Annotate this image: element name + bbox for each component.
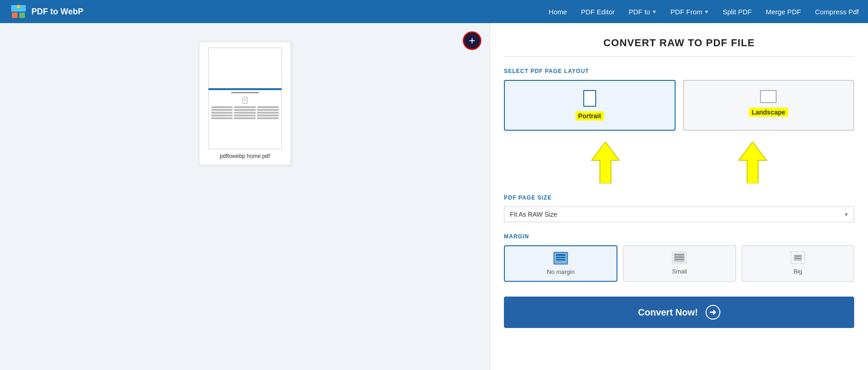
svg-rect-13 — [556, 254, 565, 256]
file-name: pdftowebp home.pdf — [220, 153, 270, 159]
big-margin-icon — [790, 251, 805, 264]
file-preview-top — [209, 48, 281, 88]
margin-option-big[interactable]: Big — [742, 245, 854, 282]
left-panel: + — [0, 23, 490, 370]
landscape-icon — [760, 90, 777, 103]
nav-compress-pdf[interactable]: Compress Pdf — [815, 8, 859, 16]
no-margin-icon — [553, 252, 568, 265]
layout-options: Portrait Landscape — [504, 80, 854, 131]
svg-rect-15 — [556, 259, 565, 261]
convert-now-button[interactable]: Convert Now! ➜ — [504, 297, 854, 328]
page-size-section: PDF PAGE SIZE Fit As RAW Size A4 Letter … — [504, 194, 854, 222]
nav-merge-pdf[interactable]: Merge PDF — [766, 8, 801, 16]
layout-option-portrait[interactable]: Portrait — [504, 80, 676, 131]
portrait-icon — [583, 90, 596, 107]
svg-rect-3 — [19, 12, 25, 18]
yellow-arrows-container — [504, 142, 854, 183]
nav-pdf-to[interactable]: PDF to ▼ — [629, 8, 657, 16]
convert-arrow-icon: ➜ — [706, 305, 720, 320]
file-card: pdftowebp home.pdf — [199, 42, 291, 165]
logo-text: PDF to WebP — [31, 7, 84, 17]
margin-option-small[interactable]: Small — [623, 245, 736, 282]
layout-section: SELECT PDF PAGE LAYOUT Portrait Landscap… — [504, 68, 854, 131]
layout-section-label: SELECT PDF PAGE LAYOUT — [504, 68, 854, 74]
margin-section-label: MARGIN — [504, 233, 854, 240]
right-panel: CONVERT RAW TO PDF FILE SELECT PDF PAGE … — [490, 23, 868, 370]
svg-rect-14 — [556, 257, 565, 258]
nav-pdf-from[interactable]: PDF From ▼ — [670, 8, 709, 16]
arrow-up-left-icon — [585, 142, 626, 183]
svg-rect-2 — [12, 12, 18, 18]
file-preview-content — [209, 90, 281, 149]
logo-area: PDF to WebP — [9, 3, 84, 20]
page-size-section-label: PDF PAGE SIZE — [504, 194, 854, 201]
margin-option-no-margin[interactable]: No margin — [504, 245, 617, 282]
margin-options: No margin Small — [504, 245, 854, 282]
main-container: + — [0, 23, 868, 370]
panel-title: CONVERT RAW TO PDF FILE — [504, 37, 854, 57]
page-size-wrapper: Fit As RAW Size A4 Letter Legal — [504, 206, 854, 222]
chevron-down-icon: ▼ — [652, 9, 657, 14]
nav-home[interactable]: Home — [549, 8, 567, 16]
svg-rect-19 — [675, 256, 684, 258]
svg-rect-18 — [675, 254, 684, 255]
svg-rect-5 — [243, 97, 247, 103]
landscape-label: Landscape — [749, 108, 788, 117]
file-preview-title — [211, 92, 279, 93]
svg-marker-9 — [592, 142, 619, 183]
file-preview-icon-area — [211, 97, 279, 104]
file-icon — [241, 97, 249, 104]
file-preview-rows — [211, 106, 279, 119]
convert-now-label: Convert Now! — [638, 307, 698, 318]
portrait-label: Portrait — [575, 111, 604, 121]
nav-links: Home PDF Editor PDF to ▼ PDF From ▼ Spli… — [549, 8, 859, 16]
svg-rect-20 — [675, 259, 684, 260]
page-size-select[interactable]: Fit As RAW Size A4 Letter Legal — [504, 206, 854, 222]
nav-split-pdf[interactable]: Split PDF — [723, 8, 752, 16]
big-margin-label: Big — [793, 268, 802, 275]
file-preview — [208, 48, 282, 149]
layout-option-landscape[interactable]: Landscape — [683, 80, 855, 131]
svg-marker-10 — [739, 142, 766, 183]
svg-rect-23 — [795, 255, 801, 257]
margin-section: MARGIN No margin — [504, 233, 854, 282]
add-file-button[interactable]: + — [463, 31, 481, 50]
nav-pdf-editor[interactable]: PDF Editor — [581, 8, 615, 16]
arrow-up-right-icon — [732, 142, 773, 183]
logo-icon — [9, 3, 28, 20]
small-margin-label: Small — [672, 268, 687, 275]
small-margin-icon — [672, 251, 687, 264]
chevron-down-icon: ▼ — [704, 9, 709, 14]
svg-rect-24 — [795, 258, 801, 259]
no-margin-label: No margin — [547, 268, 575, 275]
header: PDF to WebP Home PDF Editor PDF to ▼ PDF… — [0, 0, 868, 23]
